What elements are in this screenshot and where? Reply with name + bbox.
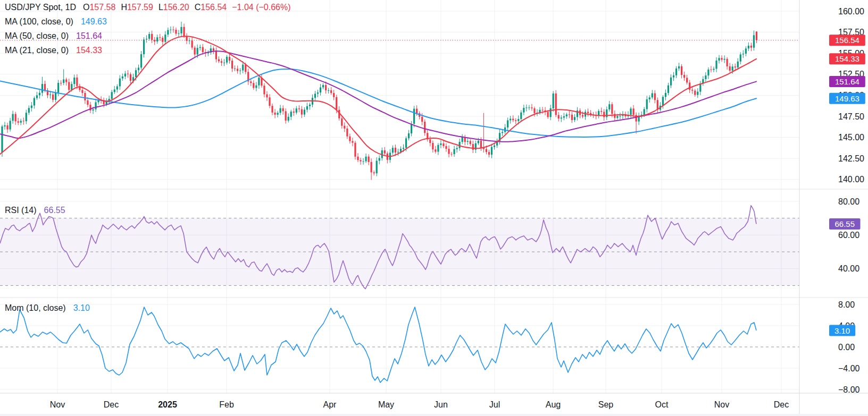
price-axis-label: 160.00 bbox=[838, 7, 864, 16]
ma50-line bbox=[0, 51, 756, 142]
mom-axis-label: 8.00 bbox=[838, 300, 855, 309]
axis-price-badge: 149.63 bbox=[829, 93, 865, 104]
gridlines bbox=[0, 0, 799, 393]
axis-price-badge: 151.64 bbox=[829, 76, 865, 87]
mom-axis-label: −4.00 bbox=[838, 364, 860, 373]
price-axis-label: 142.50 bbox=[838, 154, 864, 163]
time-axis-label: Oct bbox=[655, 400, 669, 409]
time-axis-label: 2025 bbox=[158, 400, 177, 409]
time-axis-label: May bbox=[378, 400, 394, 409]
svg-text:156.54: 156.54 bbox=[835, 36, 859, 45]
price-axis-label: 145.00 bbox=[838, 133, 864, 142]
time-axis-label: Aug bbox=[546, 400, 561, 409]
mom-axis-label: 0.00 bbox=[838, 343, 855, 352]
candlestick-series bbox=[1, 22, 757, 180]
time-axis-label: Apr bbox=[323, 400, 337, 409]
mom-line bbox=[0, 307, 756, 383]
rsi-axis-label: 60.00 bbox=[838, 231, 859, 240]
bottom-edge bbox=[0, 414, 868, 416]
price-axis-label: 140.00 bbox=[838, 175, 864, 184]
svg-text:3.10: 3.10 bbox=[834, 326, 850, 335]
time-axis-label: Jun bbox=[434, 400, 448, 409]
axis-price-badge: 66.55 bbox=[829, 218, 861, 230]
rsi-axis-label: 80.00 bbox=[838, 197, 859, 206]
time-axis-label: Dec bbox=[774, 400, 789, 409]
axis-price-badge: 154.33 bbox=[829, 53, 865, 64]
ma100-line bbox=[0, 69, 756, 137]
axis-price-badge: 156.54 bbox=[829, 35, 865, 46]
rsi-axis-label: 40.00 bbox=[838, 264, 859, 273]
axis-price-badge: 3.10 bbox=[829, 325, 855, 336]
svg-text:149.63: 149.63 bbox=[835, 94, 859, 103]
svg-text:66.55: 66.55 bbox=[834, 219, 855, 228]
time-axis-label: Jul bbox=[489, 400, 500, 409]
chart-canvas[interactable]: 160.00157.50155.00152.50150.00147.50145.… bbox=[0, 0, 868, 416]
time-axis-label: Feb bbox=[219, 400, 234, 409]
svg-text:151.64: 151.64 bbox=[835, 77, 859, 86]
price-axis-label: 147.50 bbox=[838, 112, 864, 121]
time-axis-label: Nov bbox=[714, 400, 729, 409]
time-axis-label: Dec bbox=[104, 400, 119, 409]
ma21-line bbox=[0, 36, 756, 156]
time-axis-label: Sep bbox=[598, 400, 614, 409]
mom-axis-label: −8.00 bbox=[838, 385, 860, 394]
svg-text:154.33: 154.33 bbox=[835, 54, 859, 63]
trading-chart-app: 160.00157.50155.00152.50150.00147.50145.… bbox=[0, 0, 868, 416]
time-axis-label: Nov bbox=[50, 400, 65, 409]
